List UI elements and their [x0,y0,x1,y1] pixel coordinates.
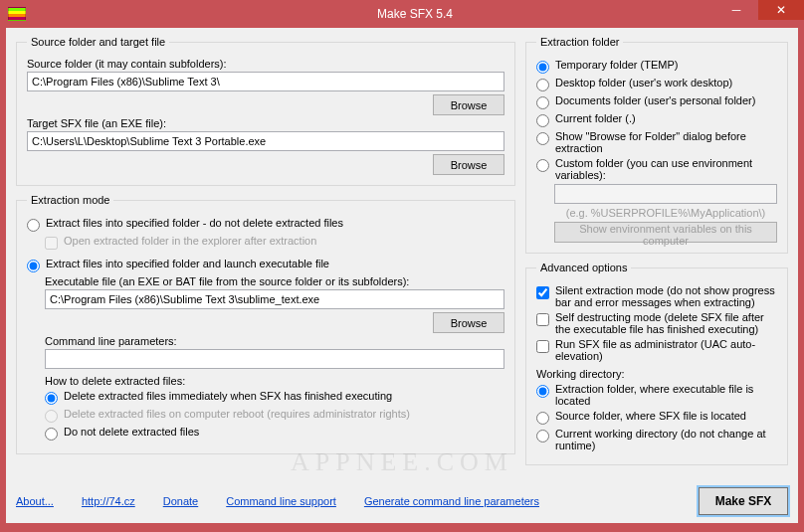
radio-folder-browse-dialog-label: Show "Browse for Folder" dialog before e… [555,130,777,154]
check-self-destruct-label: Self destructing mode (delete SFX file a… [555,311,777,335]
check-open-after: Open extracted folder in the explorer af… [45,235,504,250]
radio-extract-nodelete-label: Extract files into specified folder - do… [46,217,343,229]
group-extraction-folder: Extraction folder Temporary folder (TEMP… [525,36,788,254]
minimize-button[interactable]: ─ [714,0,758,20]
check-run-admin[interactable]: Run SFX file as administrator (UAC auto-… [536,338,777,362]
browse-target-button[interactable]: Browse [433,154,504,175]
group-extraction-mode: Extraction mode Extract files into speci… [16,194,515,454]
radio-wd-current[interactable]: Current working directory (do not change… [536,428,777,451]
radio-folder-browse-dialog[interactable]: Show "Browse for Folder" dialog before e… [536,130,777,154]
radio-delete-no[interactable]: Do not delete extracted files [45,426,504,441]
radio-folder-current[interactable]: Current folder (.) [536,112,777,127]
check-silent-mode-label: Silent extraction mode (do not show prog… [555,284,777,308]
show-env-vars-button: Show environment variables on this compu… [554,222,777,243]
cmd-params-input[interactable] [45,349,504,369]
radio-folder-documents[interactable]: Documents folder (user's personal folder… [536,94,777,109]
legend-source-target: Source folder and target file [27,36,169,48]
executable-file-label: Executable file (an EXE or BAT file from… [45,275,504,287]
link-cmd-support[interactable]: Command line support [226,495,336,507]
radio-delete-immediately[interactable]: Delete extracted files immediately when … [45,390,504,405]
radio-folder-custom-label: Custom folder (you can use environment v… [555,157,777,181]
link-about[interactable]: About... [16,495,54,507]
check-open-after-label: Open extracted folder in the explorer af… [64,235,316,247]
radio-folder-current-label: Current folder (.) [555,112,636,124]
link-donate[interactable]: Donate [163,495,198,507]
legend-extraction-mode: Extraction mode [27,194,113,206]
radio-delete-immediately-label: Delete extracted files immediately when … [64,390,392,402]
make-sfx-button[interactable]: Make SFX [699,487,788,515]
cmd-params-label: Command line parameters: [45,335,504,347]
radio-folder-desktop[interactable]: Desktop folder (user's work desktop) [536,77,777,91]
radio-wd-source[interactable]: Source folder, where SFX file is located [536,410,777,425]
check-silent-mode[interactable]: Silent extraction mode (do not show prog… [536,284,777,308]
radio-wd-current-label: Current working directory (do not change… [555,428,777,451]
radio-folder-custom[interactable]: Custom folder (you can use environment v… [536,157,777,181]
source-folder-label: Source folder (it may contain subfolders… [27,58,504,70]
client-area: Source folder and target file Source fol… [6,28,798,523]
link-site[interactable]: http://74.cz [82,495,135,507]
group-advanced-options: Advanced options Silent extraction mode … [525,262,788,465]
radio-wd-source-label: Source folder, where SFX file is located [555,410,746,422]
radio-extract-launch-label: Extract files into specified folder and … [46,258,329,269]
browse-source-button[interactable]: Browse [433,94,504,115]
group-source-target: Source folder and target file Source fol… [16,36,515,186]
check-run-admin-label: Run SFX file as administrator (UAC auto-… [555,338,777,362]
target-file-input[interactable] [27,131,504,151]
legend-advanced-options: Advanced options [536,262,631,273]
radio-delete-reboot-label: Delete extracted files on computer reboo… [64,408,410,420]
custom-folder-input [554,184,777,204]
working-directory-label: Working directory: [536,368,777,380]
browse-executable-button[interactable]: Browse [433,312,504,333]
custom-folder-hint: (e.g. %USERPROFILE%\MyApplication\) [554,207,777,219]
radio-folder-desktop-label: Desktop folder (user's work desktop) [555,77,732,89]
app-icon [8,7,26,21]
link-gen-params[interactable]: Generate command line parameters [364,495,539,507]
radio-wd-extraction-label: Extraction folder, where executable file… [555,383,777,407]
legend-extraction-folder: Extraction folder [536,36,623,48]
source-folder-input[interactable] [27,72,504,91]
footer: About... http://74.cz Donate Command lin… [16,487,788,515]
radio-folder-documents-label: Documents folder (user's personal folder… [555,94,755,106]
window-buttons: ─ ✕ [714,0,804,20]
window-title: Make SFX 5.4 [26,7,804,21]
radio-extract-launch[interactable]: Extract files into specified folder and … [27,258,504,272]
target-file-label: Target SFX file (an EXE file): [27,117,504,129]
howto-delete-label: How to delete extracted files: [45,375,504,387]
radio-wd-extraction[interactable]: Extraction folder, where executable file… [536,383,777,407]
radio-extract-nodelete[interactable]: Extract files into specified folder - do… [27,217,504,232]
check-self-destruct[interactable]: Self destructing mode (delete SFX file a… [536,311,777,335]
titlebar: Make SFX 5.4 ─ ✕ [0,0,804,28]
radio-folder-temp-label: Temporary folder (TEMP) [555,59,678,71]
radio-delete-reboot: Delete extracted files on computer reboo… [45,408,504,423]
executable-file-input[interactable] [45,289,504,309]
radio-delete-no-label: Do not delete extracted files [64,426,199,438]
close-button[interactable]: ✕ [758,0,804,20]
radio-folder-temp[interactable]: Temporary folder (TEMP) [536,59,777,74]
